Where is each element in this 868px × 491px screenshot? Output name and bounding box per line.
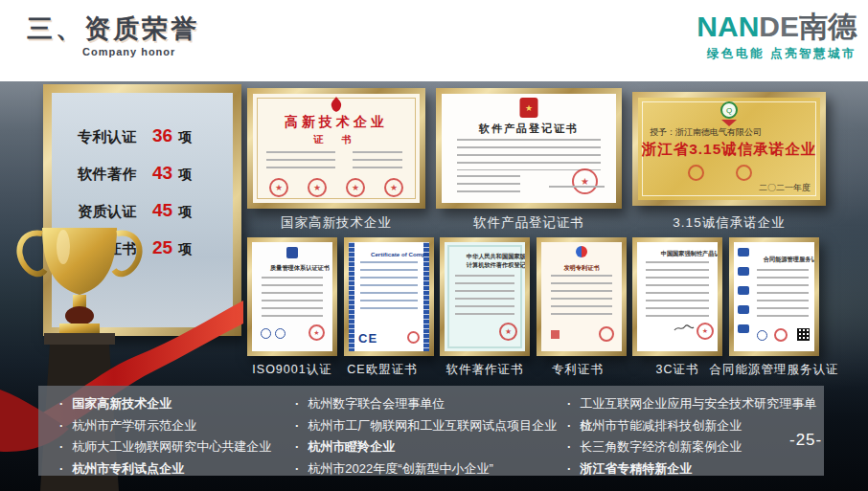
red-seal-stamp: ★ (384, 178, 403, 197)
caption-patent: 专利证书 (533, 362, 623, 378)
stat-unit: 项 (178, 129, 192, 146)
cec-badge (738, 305, 749, 314)
bullet-icon: · (59, 393, 63, 415)
certificate-date-lines (549, 186, 605, 193)
certificate-title: 高新技术企业 (253, 114, 420, 131)
certificate-text-lines (457, 139, 601, 170)
green-association-logo: Q (720, 101, 738, 119)
honor-text: 杭师大工业物联网研究中心共建企业 (72, 436, 271, 458)
honors-column-2: ·杭州数字联合会理事单位 ·杭州市工厂物联网和工业互联网试点项目企业 ·杭州市瞪… (295, 393, 557, 480)
red-square-seal (551, 330, 560, 339)
cec-badge (738, 324, 749, 333)
certificate-text-lines (353, 151, 402, 174)
certificate-315-integrity-plaque: Q 授予：浙江南德电气有限公司 浙江省3.15诚信承诺企业 二〇二一年度 (632, 92, 826, 206)
bullet-icon: · (295, 436, 299, 458)
honor-list-item: ·杭州数字联合会理事单位 (295, 393, 557, 415)
caption-software-product: 软件产品登记证书 (436, 214, 622, 232)
honor-list-item: ·工业互联网企业应用与安全技术研究理事单位 (567, 393, 824, 415)
stat-label: 专利认证 (78, 128, 152, 146)
stat-value: 43 (152, 163, 172, 184)
caption-315-integrity: 3.15诚信承诺企业 (632, 214, 826, 232)
honor-text: 杭州市专利试点企业 (72, 458, 184, 480)
logo-text-de: DE (759, 11, 799, 42)
stat-row-qualifications: 资质认证 45 项 (78, 200, 233, 221)
trophy-handle-left (19, 234, 45, 275)
caption-software-copyright: 软件著作证书 (436, 362, 534, 378)
qr-code (797, 328, 810, 341)
torch-flame-icon (330, 97, 343, 112)
certificate-energy-management: 合同能源管理服务认证证书 (729, 237, 819, 356)
certificate-title-line2: 计算机软件著作权登记证书 (445, 257, 525, 275)
red-seal-stamp (736, 165, 752, 181)
honor-list-item: ·杭师大工业物联网研究中心共建企业 (59, 436, 271, 458)
bullet-icon: · (567, 436, 571, 458)
certificate-text-lines (360, 261, 418, 313)
logo-text-nan: NAN (697, 11, 759, 42)
red-star-seal-stamp: ★ (499, 323, 517, 341)
red-seal-stamp: ★ (308, 178, 327, 197)
honor-list-item: ·杭州市专利试点企业 (59, 458, 271, 480)
certificate-text-lines (646, 261, 709, 319)
certificate-ce: Certificate of Compliance CE (344, 237, 434, 356)
red-seal-stamp: ★ (346, 178, 365, 197)
honor-list-item: ·长三角数字经济创新案例企业 (567, 436, 824, 458)
honor-list-item: ·国家高新技术企业 (59, 393, 271, 415)
certificate-title: 质量管理体系认证证书 (252, 260, 332, 278)
bullet-icon: · (59, 436, 63, 458)
bullet-icon: · (59, 415, 63, 437)
logo-text-cn: 南德 (799, 11, 857, 42)
certificate-iso9001: 质量管理体系认证证书 ★ (247, 237, 337, 356)
bullet-icon: · (567, 458, 571, 480)
honors-column-3: ·工业互联网企业应用与安全技术研究理事单位 ·杭州市节能减排科技创新企业 ·长三… (567, 393, 824, 480)
certificate-text-lines (266, 151, 335, 174)
honor-text: 杭州市节能减排科技创新企业 (580, 415, 742, 437)
honor-text: 杭州市工厂物联网和工业互联网试点项目企业 (308, 415, 557, 437)
red-seal-stamp (774, 328, 788, 342)
stat-unit: 项 (178, 204, 192, 221)
certificate-software-copyright: 中华人民共和国国家版权局 计算机软件著作权登记证书 ★ (440, 237, 530, 356)
bullet-icon: · (567, 393, 571, 415)
red-seal-stamp: ★ (308, 324, 325, 341)
certificate-subtitle: 证 书 (253, 133, 420, 146)
trophy-cup-bowl (42, 228, 117, 295)
header-bar: 三、资质荣誉 Company honor NANDE南德 绿色电能 点亮智慧城市 (0, 0, 868, 81)
logo-tagline: 绿色电能 点亮智慧城市 (697, 46, 857, 62)
page-number: -25- (789, 431, 822, 450)
honor-text: 国家高新技术企业 (72, 393, 171, 415)
caption-iso9001: ISO9001认证 (247, 362, 337, 378)
ce-mark: CE (358, 331, 377, 346)
honor-text: 长三角数字经济创新案例企业 (580, 436, 742, 458)
signature-scribble (674, 323, 695, 334)
iaf-mark-icon (261, 328, 271, 339)
patent-office-logo (576, 246, 587, 257)
bullet-icon: · (295, 458, 299, 480)
certificate-software-product-registration: ★ 软件产品登记证书 ★ (436, 88, 622, 209)
certificate-text-lines (262, 277, 323, 317)
cnas-emblem-icon (286, 247, 298, 258)
stat-value: 45 (152, 200, 172, 221)
page-title: 三、资质荣誉 (27, 11, 199, 46)
honor-text: 杭州数字联合会理事单位 (308, 393, 445, 415)
red-seal-stamps: ★★★★ (253, 177, 420, 197)
bullet-icon: · (295, 415, 299, 437)
logo-wordmark: NANDE南德 (697, 11, 857, 42)
honor-text: 杭州市瞪羚企业 (308, 436, 395, 458)
honors-list-panel: ·国家高新技术企业 ·杭州市产学研示范企业 ·杭师大工业物联网研究中心共建企业 … (38, 386, 824, 476)
certificate-text-lines (455, 275, 514, 319)
honor-text: 杭州市产学研示范企业 (72, 415, 196, 437)
stat-value: 36 (152, 125, 172, 146)
national-emblem-icon: ★ (520, 98, 538, 118)
trophy-pedestal-top (44, 333, 115, 345)
certificate-title: 软件产品登记证书 (442, 122, 616, 136)
stat-unit: 项 (178, 167, 192, 184)
red-seal-stamp (599, 326, 614, 342)
blue-mark-icon (757, 330, 767, 341)
honor-list-item: ·杭州市工厂物联网和工业互联网试点项目企业 (295, 415, 557, 437)
honor-list-item: ·杭州市2022年度“创新型中小企业” (295, 458, 557, 480)
page-subtitle: Company honor (82, 46, 175, 57)
certificate-text-lines (757, 269, 809, 319)
bullet-icon: · (59, 458, 63, 480)
stat-row-patents: 专利认证 36 项 (78, 125, 233, 146)
stat-label: 资质认证 (78, 203, 152, 221)
red-ribbon-icon (721, 120, 737, 126)
